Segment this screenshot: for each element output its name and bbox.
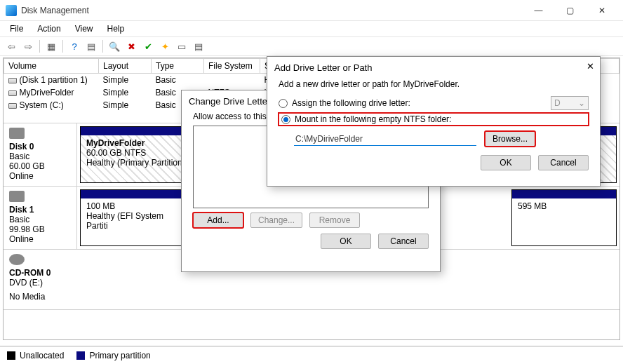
cdrom-icon	[9, 254, 25, 265]
browse-button[interactable]: Browse...	[485, 131, 535, 147]
back-icon[interactable]: ⇦	[4, 39, 18, 53]
separator	[102, 40, 103, 53]
menu-file[interactable]: File	[3, 22, 30, 35]
menu-view[interactable]: View	[68, 22, 100, 35]
cancel-button[interactable]: Cancel	[378, 234, 429, 249]
volume-icon	[8, 103, 17, 109]
ok-button[interactable]: OK	[481, 155, 531, 170]
chevron-down-icon: ⌄	[578, 98, 585, 108]
legend-swatch-unallocated	[7, 351, 15, 360]
forward-icon[interactable]: ⇨	[21, 39, 35, 53]
menu-action[interactable]: Action	[30, 22, 67, 35]
ok-button[interactable]: OK	[321, 234, 371, 249]
dialog-title: Add Drive Letter or Path	[267, 57, 600, 78]
window-title: Disk Management	[21, 6, 523, 15]
col-layout[interactable]: Layout	[99, 59, 152, 74]
search-icon[interactable]: 🔍	[107, 39, 121, 53]
separator	[39, 40, 40, 53]
maximize-button[interactable]: ▢	[554, 0, 586, 21]
change-button[interactable]: Change...	[250, 213, 302, 228]
app-icon	[6, 5, 17, 16]
list-icon[interactable]: ▤	[192, 39, 206, 53]
remove-button[interactable]: Remove	[309, 213, 360, 228]
disk-icon	[9, 128, 25, 139]
disk-icon[interactable]: ▭	[175, 39, 189, 53]
settings-icon[interactable]: ▤	[84, 39, 98, 53]
partition[interactable]: 595 MB	[511, 189, 617, 246]
partition-stripe	[512, 190, 616, 198]
drive-letter-select[interactable]: D ⌄	[551, 96, 589, 110]
window-titlebar: Disk Management — ▢ ✕	[0, 0, 623, 21]
mount-path-input[interactable]	[294, 133, 476, 146]
close-icon[interactable]: ✕	[587, 61, 594, 72]
disk-info: Disk 0 Basic 60.00 GB Online	[4, 123, 77, 186]
radio-icon	[281, 115, 290, 124]
cancel-button[interactable]: Cancel	[538, 155, 589, 170]
toolbar: ⇦ ⇨ ▦ ? ▤ 🔍 ✖ ✔ ✦ ▭ ▤	[0, 36, 623, 56]
separator	[62, 40, 63, 53]
partition-stripe	[81, 190, 185, 198]
col-type[interactable]: Type	[152, 59, 204, 74]
volume-icon	[8, 90, 17, 96]
add-drive-letter-dialog: Add Drive Letter or Path ✕ Add a new dri…	[267, 56, 601, 187]
col-volume[interactable]: Volume	[4, 59, 99, 74]
disk-info: CD-ROM 0 DVD (E:) No Media	[4, 250, 77, 309]
legend: Unallocated Primary partition	[0, 346, 623, 364]
radio-icon	[279, 99, 288, 108]
grid-icon[interactable]: ▦	[44, 39, 58, 53]
legend-swatch-primary	[76, 351, 85, 360]
col-filesystem[interactable]: File System	[204, 59, 260, 74]
assign-letter-radio[interactable]: Assign the following drive letter: D ⌄	[279, 96, 589, 110]
minimize-button[interactable]: —	[523, 0, 554, 21]
dialog-subtitle: Add a new drive letter or path for MyDri…	[267, 78, 600, 93]
menu-help[interactable]: Help	[100, 22, 132, 35]
help-icon[interactable]: ?	[67, 39, 81, 53]
disk-icon	[9, 191, 25, 202]
close-button[interactable]: ✕	[586, 0, 617, 21]
delete-icon[interactable]: ✖	[124, 39, 138, 53]
volume-icon	[8, 78, 17, 83]
disk-info: Disk 1 Basic 99.98 GB Online	[4, 187, 77, 249]
check-icon[interactable]: ✔	[141, 39, 155, 53]
menubar: File Action View Help	[0, 21, 623, 36]
new-icon[interactable]: ✦	[158, 39, 172, 53]
add-button[interactable]: Add...	[193, 213, 243, 228]
partition[interactable]: 100 MB Healthy (EFI System Partiti	[80, 189, 185, 246]
mount-folder-radio[interactable]: Mount in the following empty NTFS folder…	[279, 113, 589, 126]
